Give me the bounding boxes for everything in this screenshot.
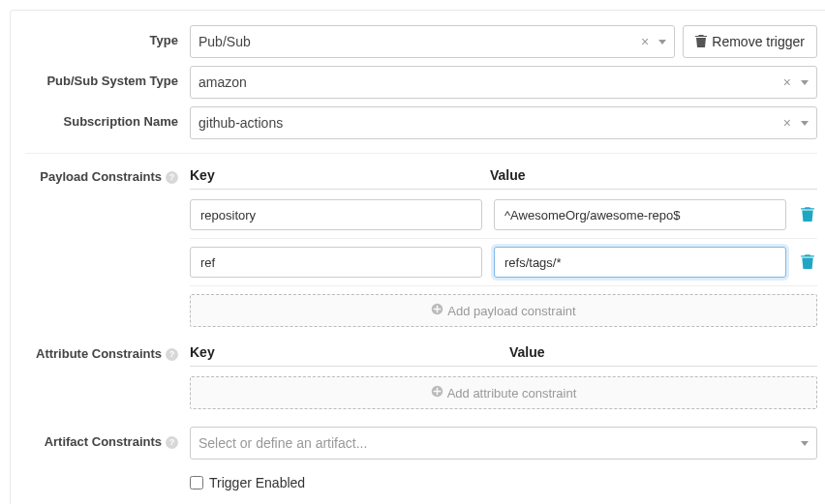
pubsub-system-type-value: amazon [199,74,778,90]
type-label: Type [25,25,190,47]
trigger-enabled-checkbox[interactable] [190,476,203,489]
pubsub-system-type-row: Pub/Sub System Type amazon × [25,66,817,99]
payload-constraint-row [190,199,817,239]
remove-trigger-button[interactable]: Remove trigger [683,25,817,58]
payload-key-header: Key [190,167,490,183]
subscription-name-row: Subscription Name github-actions × [25,106,817,139]
chevron-down-icon [801,121,809,126]
trigger-enabled-label: Trigger Enabled [209,475,305,490]
plus-circle-icon [431,385,443,400]
attribute-value-header: Value [509,344,817,360]
trigger-enabled-row: Trigger Enabled [25,471,817,490]
payload-constraint-row [190,247,817,286]
pubsub-clear-icon[interactable]: × [778,74,797,90]
type-row: Type Pub/Sub × Remove trigger [25,25,817,58]
trash-icon [695,34,707,50]
trash-icon [801,253,814,269]
artifact-placeholder: Select or define an artifact... [199,435,797,451]
type-clear-icon[interactable]: × [635,34,655,49]
pubsub-system-type-label: Pub/Sub System Type [25,66,190,88]
payload-constraints-section: Payload Constraints? Key Value [25,167,817,327]
add-attribute-constraint-button[interactable]: Add attribute constraint [190,376,817,409]
divider [25,153,817,154]
payload-constraints-label: Payload Constraints? [25,167,190,184]
payload-key-input[interactable] [190,247,482,278]
chevron-down-icon [658,40,666,44]
help-icon[interactable]: ? [166,171,178,184]
subscription-name-select[interactable]: github-actions × [190,106,817,139]
artifact-constraints-label: Artifact Constraints? [25,427,190,449]
help-icon[interactable]: ? [166,348,178,361]
attribute-constraints-label: Attribute Constraints? [25,344,190,361]
subscription-clear-icon[interactable]: × [778,115,797,131]
trigger-config-panel: Type Pub/Sub × Remove trigger Pub/Sub Sy… [10,10,825,504]
payload-value-input[interactable] [494,199,786,230]
add-payload-label: Add payload constraint [447,304,575,318]
payload-key-input[interactable] [190,199,482,230]
attribute-headers: Key Value [190,344,817,367]
trash-icon [801,206,814,222]
attribute-constraints-section: Attribute Constraints? Key Value Add att… [25,344,817,409]
delete-row-button[interactable] [798,206,817,224]
subscription-name-label: Subscription Name [25,106,190,129]
type-select-value: Pub/Sub [199,34,635,49]
payload-value-header: Value [490,167,790,183]
chevron-down-icon [801,441,809,446]
add-payload-constraint-button[interactable]: Add payload constraint [190,294,817,327]
artifact-constraints-select[interactable]: Select or define an artifact... [190,427,817,460]
add-attribute-label: Add attribute constraint [447,386,577,400]
payload-value-input[interactable] [494,247,786,278]
payload-headers: Key Value [190,167,817,190]
help-icon[interactable]: ? [166,436,178,449]
chevron-down-icon [801,80,809,85]
pubsub-system-type-select[interactable]: amazon × [190,66,817,99]
subscription-name-value: github-actions [199,115,778,131]
attribute-key-header: Key [190,344,498,360]
artifact-constraints-row: Artifact Constraints? Select or define a… [25,427,817,460]
delete-row-button[interactable] [798,253,817,272]
remove-trigger-label: Remove trigger [712,34,805,49]
plus-circle-icon [431,303,443,318]
type-select[interactable]: Pub/Sub × [190,25,675,58]
